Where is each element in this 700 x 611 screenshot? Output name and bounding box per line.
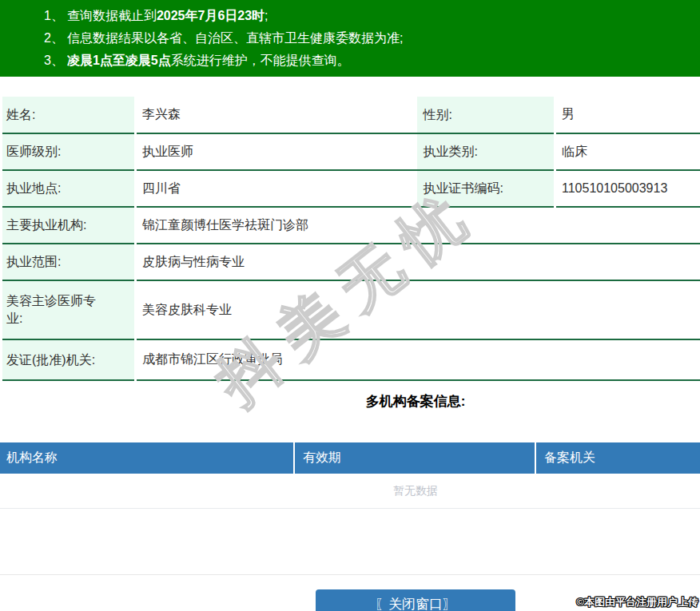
- field-value-gender: 男: [555, 97, 700, 133]
- field-value-main-institution: 锦江童颜博仕医学祛斑门诊部: [136, 207, 700, 244]
- multi-org-records-heading: 多机构备案信息:: [0, 392, 700, 411]
- copyright-note: ©本图由平台注册用户上传: [576, 595, 698, 609]
- field-value-issuing-authority: 成都市锦江区行政审批局: [136, 339, 700, 380]
- field-value-certificate-number: 110510105003913: [555, 170, 700, 207]
- records-empty-row: 暂无数据: [0, 474, 700, 509]
- notice-text-bold: 2025年7月6日23时: [157, 9, 264, 22]
- field-value-practice-scope: 皮肤病与性病专业: [136, 244, 700, 280]
- field-value-practice-location: 四川省: [136, 170, 417, 207]
- empty-data-text: 暂无数据: [0, 474, 700, 509]
- field-value-doctor-level: 执业医师: [136, 133, 417, 170]
- table-row-location-certificate: 执业地点: 四川省 执业证书编码: 110510105003913: [2, 170, 700, 207]
- notice-text: ;: [264, 9, 268, 22]
- notice-text-bold: 凌晨1点至凌晨5点: [67, 54, 171, 67]
- notice-line-3: 3、凌晨1点至凌晨5点系统进行维护，不能提供查询。: [0, 50, 700, 72]
- records-header-row: 机构名称 有效期 备案机关: [0, 442, 700, 474]
- notice-text: 信息数据结果以各省、自治区、直辖市卫生健康委数据为准;: [67, 31, 403, 45]
- table-row-name-gender: 姓名: 李兴森 性别: 男: [2, 97, 700, 133]
- table-row-main-institution: 主要执业机构: 锦江童颜博仕医学祛斑门诊部: [2, 207, 700, 244]
- field-label-doctor-level: 医师级别:: [2, 133, 136, 170]
- table-row-level-category: 医师级别: 执业医师 执业类别: 临床: [2, 133, 700, 170]
- field-label-main-institution: 主要执业机构:: [2, 207, 136, 244]
- field-label-cosmetic-specialty: 美容主诊医师专业:: [2, 280, 136, 339]
- close-window-button[interactable]: 〖关闭窗口〗: [316, 589, 515, 611]
- notice-line-number: 1、: [44, 9, 64, 22]
- field-label-certificate-number: 执业证书编码:: [417, 170, 555, 207]
- table-row-practice-scope: 执业范围: 皮肤病与性病专业: [2, 244, 700, 280]
- field-label-name: 姓名:: [2, 97, 136, 133]
- field-value-name: 李兴森: [136, 97, 417, 133]
- field-label-issuing-authority: 发证(批准)机关:: [2, 339, 136, 380]
- field-value-practice-category: 临床: [555, 133, 700, 170]
- field-label-gender: 性别:: [417, 97, 555, 133]
- physician-query-result-page: 1、查询数据截止到2025年7月6日23时; 2、信息数据结果以各省、自治区、直…: [0, 0, 700, 611]
- footer-divider: [0, 574, 700, 575]
- notice-banner: 1、查询数据截止到2025年7月6日23时; 2、信息数据结果以各省、自治区、直…: [0, 0, 700, 77]
- notice-line-number: 3、: [44, 54, 64, 67]
- table-row-cosmetic-specialty: 美容主诊医师专业: 美容皮肤科专业: [2, 280, 700, 339]
- notice-line-1: 1、查询数据截止到2025年7月6日23时;: [0, 5, 700, 27]
- column-header-validity-period: 有效期: [294, 442, 535, 474]
- notice-line-number: 2、: [44, 31, 64, 45]
- notice-line-2: 2、信息数据结果以各省、自治区、直辖市卫生健康委数据为准;: [0, 27, 700, 50]
- physician-info-table: 姓名: 李兴森 性别: 男 医师级别: 执业医师 执业类别: 临床 执业地点: …: [0, 97, 700, 381]
- column-header-org-name: 机构名称: [0, 442, 294, 474]
- notice-text: 查询数据截止到: [67, 9, 157, 22]
- column-header-filing-authority: 备案机关: [535, 442, 700, 474]
- notice-text: 系统进行维护，不能提供查询。: [171, 54, 350, 67]
- field-label-practice-category: 执业类别:: [417, 133, 555, 170]
- field-value-cosmetic-specialty: 美容皮肤科专业: [136, 280, 700, 339]
- field-label-practice-scope: 执业范围:: [2, 244, 136, 280]
- multi-org-records-table: 机构名称 有效期 备案机关 暂无数据: [0, 442, 700, 509]
- field-label-practice-location: 执业地点:: [2, 170, 136, 207]
- table-row-issuing-authority: 发证(批准)机关: 成都市锦江区行政审批局: [2, 339, 700, 380]
